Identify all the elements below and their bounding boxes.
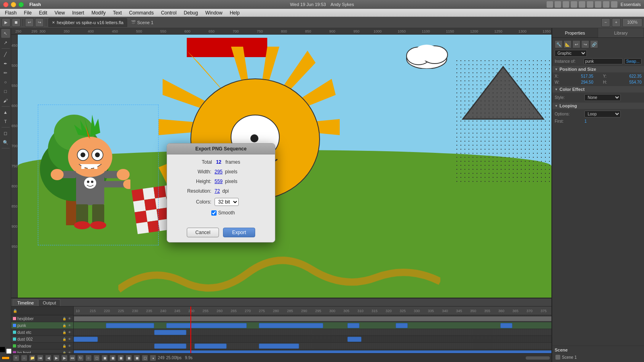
current-color[interactable]: [2, 356, 10, 360]
tl-row-dustetc[interactable]: [74, 329, 551, 336]
swap-button[interactable]: Swap...: [624, 58, 642, 64]
layer-lock-dust002[interactable]: 🔒: [62, 337, 66, 341]
menu-insert[interactable]: Insert: [69, 10, 87, 16]
fill-tool[interactable]: ▲: [1, 108, 10, 117]
add-folder-btn[interactable]: 📁: [29, 355, 35, 361]
stroke-swatch[interactable]: [0, 347, 5, 352]
style-select[interactable]: None Brightness Tint Alpha Advanced: [584, 94, 621, 101]
oval-tool[interactable]: ○: [1, 78, 10, 86]
x-value[interactable]: 517.35: [581, 74, 593, 78]
menu-window[interactable]: Window: [202, 10, 226, 16]
toolbar-btn-1[interactable]: ▶: [2, 18, 10, 27]
tl-row-punk[interactable]: [74, 322, 551, 329]
add-layer-btn[interactable]: +: [13, 355, 19, 361]
height-value[interactable]: 559: [215, 179, 223, 184]
layer-eye-punk[interactable]: 👁: [68, 323, 72, 327]
minimize-button[interactable]: [11, 2, 16, 7]
timeline-tab[interactable]: Timeline: [13, 299, 38, 306]
prop-icon-2[interactable]: 📐: [564, 40, 572, 48]
tl-btn-6[interactable]: ◀: [45, 355, 52, 361]
instance-type-select[interactable]: Graphic Movie Clip Button: [555, 50, 587, 57]
maximize-button[interactable]: [19, 2, 24, 7]
tl-btn-16[interactable]: ◼: [126, 355, 132, 361]
w-value[interactable]: 294.50: [581, 80, 593, 84]
pencil-tool[interactable]: ✏: [1, 68, 10, 77]
select-tool[interactable]: ↖: [1, 29, 10, 38]
first-value[interactable]: 1: [584, 119, 587, 123]
prop-icon-4[interactable]: ↪: [581, 40, 589, 48]
toolbar-btn-2[interactable]: ⏹: [12, 18, 21, 27]
zoom-in-btn[interactable]: +: [612, 18, 621, 27]
layer-lock-hexjibber[interactable]: 🔒: [62, 317, 66, 321]
y-value[interactable]: 622.35: [629, 74, 642, 78]
tl-row-bgfront[interactable]: [74, 350, 551, 353]
layer-eye-shadow[interactable]: 👁: [68, 344, 72, 348]
menu-edit[interactable]: Edit: [36, 10, 51, 16]
layer-dust-etc[interactable]: dust etc 🔒 👁: [11, 329, 73, 336]
scene-item[interactable]: Scene 1: [555, 354, 642, 360]
output-tab[interactable]: Output: [38, 299, 60, 306]
canvas-area[interactable]: 250 295 300 350 400 450 500 550 600 650 …: [11, 28, 551, 298]
menu-modify[interactable]: Modify: [88, 10, 109, 16]
delete-layer-btn[interactable]: −: [21, 355, 27, 361]
tl-btn-17[interactable]: ◼: [134, 355, 140, 361]
line-tool[interactable]: ╱: [1, 50, 10, 59]
smooth-checkbox[interactable]: [211, 210, 217, 216]
layer-eye-dust002[interactable]: 👁: [68, 337, 72, 341]
width-value[interactable]: 295: [215, 169, 223, 175]
tl-frames[interactable]: 10 215 220 225 230 235 240 245 250 255 2…: [74, 306, 551, 353]
menu-control[interactable]: Control: [158, 10, 180, 16]
tab-library[interactable]: Library: [598, 28, 644, 37]
tl-btn-11[interactable]: ○: [85, 355, 92, 361]
menu-flash[interactable]: Flash: [2, 10, 20, 16]
eraser-tool[interactable]: ◻: [1, 129, 10, 138]
rect-tool[interactable]: □: [1, 87, 10, 96]
layer-lock-punk[interactable]: 🔒: [62, 323, 66, 327]
tl-btn-19[interactable]: ⬧: [150, 355, 156, 361]
brush-tool[interactable]: 🖌: [1, 96, 10, 105]
menu-view[interactable]: View: [51, 10, 68, 16]
pen-tool[interactable]: ✒: [1, 59, 10, 68]
tl-btn-13[interactable]: ◼: [101, 355, 108, 361]
toolbar-btn-4[interactable]: ↪: [35, 18, 44, 27]
prop-icon-5[interactable]: 🔗: [590, 40, 598, 48]
tl-row-dust002[interactable]: [74, 336, 551, 343]
toolbar-btn-3[interactable]: ↩: [25, 18, 34, 27]
prop-icon-3[interactable]: ↩: [572, 40, 580, 48]
resolution-value[interactable]: 72: [215, 188, 220, 194]
tl-btn-12[interactable]: ◻: [93, 355, 100, 361]
cancel-button[interactable]: Cancel: [187, 228, 219, 237]
subselect-tool[interactable]: ↗: [1, 38, 10, 47]
menu-commands[interactable]: Commands: [126, 10, 157, 16]
layer-eye-hexjibber[interactable]: 👁: [68, 317, 72, 321]
layer-shadow[interactable]: shadow 🔒 👁: [11, 343, 73, 350]
tab-properties[interactable]: Properties: [552, 28, 598, 37]
stage-container[interactable]: Export PNG Sequence Total 12 frames: [18, 35, 551, 298]
tl-scrollbar-track[interactable]: [526, 356, 550, 360]
layer-punk[interactable]: punk 🔒 👁: [11, 322, 73, 329]
layer-bgfront[interactable]: bg front 🔒 👁: [11, 350, 73, 353]
menu-help[interactable]: Help: [227, 10, 243, 16]
loop-btn[interactable]: ↻: [77, 355, 84, 361]
play-btn[interactable]: ▶: [53, 355, 60, 361]
tl-btn-9[interactable]: ⏭: [69, 355, 76, 361]
stage[interactable]: [18, 35, 551, 298]
layer-lock-dustetc[interactable]: 🔒: [62, 330, 66, 334]
tl-btn-5[interactable]: ⏮: [37, 355, 43, 361]
tl-btn-15[interactable]: ◼: [118, 355, 124, 361]
menu-debug[interactable]: Debug: [181, 10, 201, 16]
zoom-out-btn[interactable]: −: [601, 18, 610, 27]
tl-btn-8[interactable]: ▶: [61, 355, 68, 361]
layer-eye-dustetc[interactable]: 👁: [68, 330, 72, 334]
layer-lock-shadow[interactable]: 🔒: [62, 344, 66, 348]
prop-icon-1[interactable]: 🔧: [555, 40, 563, 48]
menu-text[interactable]: Text: [110, 10, 125, 16]
zoom-level[interactable]: 100%: [622, 18, 642, 27]
tl-scrollbar-thumb[interactable]: [526, 356, 550, 360]
layer-dust-002[interactable]: dust 002 🔒 👁: [11, 336, 73, 343]
colors-select[interactable]: 32 bit 24 bit 8 bit: [215, 198, 239, 206]
tab-close-icon[interactable]: ✕: [52, 21, 55, 25]
tl-btn-14[interactable]: ◼: [109, 355, 116, 361]
close-button[interactable]: [3, 2, 8, 7]
file-tab[interactable]: ✕ hexjibber vs spike-u v16 letters.fla: [48, 18, 127, 27]
